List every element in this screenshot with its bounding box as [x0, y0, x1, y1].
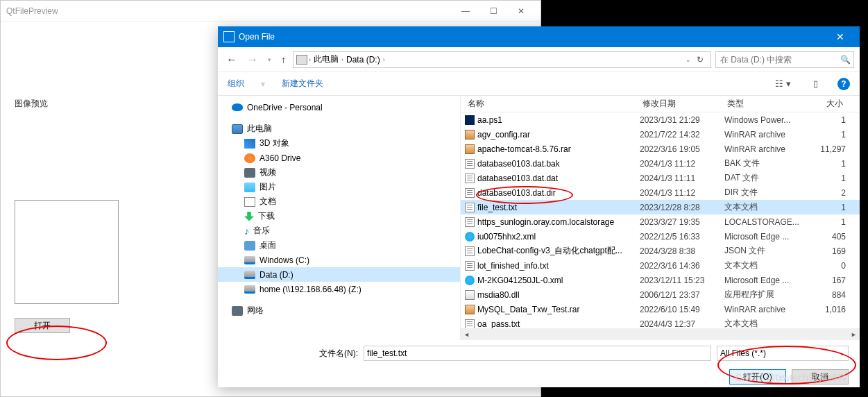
column-type[interactable]: 类型 [724, 98, 808, 110]
file-size: 167 [808, 276, 846, 285]
dialog-open-button[interactable]: 打开(O) [729, 369, 786, 385]
file-icon [465, 174, 477, 183]
open-button[interactable]: 打开 [15, 318, 70, 333]
help-icon[interactable]: ? [837, 78, 850, 90]
file-type: WinRAR archive [724, 144, 808, 154]
preview-pane-button[interactable]: ▯ [810, 77, 821, 90]
tree-onedrive[interactable]: OneDrive - Personal [218, 100, 460, 115]
file-icon [465, 319, 477, 329]
file-row[interactable]: lot_finished_info.txt2022/3/16 14:36文本文档… [461, 258, 860, 273]
file-row[interactable]: aa.ps12023/1/31 21:29Windows Power...1 [461, 112, 860, 127]
file-size: 1 [808, 115, 846, 125]
scroll-left-icon[interactable]: ◄ [461, 331, 473, 338]
chevron-icon[interactable]: › [309, 56, 311, 63]
file-row[interactable]: file_test.txt2023/12/28 8:28文本文档1 [461, 200, 860, 214]
dialog-close-button[interactable]: ✕ [826, 26, 854, 47]
filename-input[interactable] [364, 346, 711, 361]
document-icon [244, 197, 255, 207]
path-bar[interactable]: › 此电脑 › Data (D:) › ⌄ ↻ [293, 51, 711, 68]
refresh-button[interactable]: ↻ [692, 55, 708, 65]
tree-this-pc[interactable]: 此电脑 [218, 121, 460, 136]
file-icon [465, 115, 477, 125]
file-type: WinRAR archive [724, 305, 808, 314]
file-name: apache-tomcat-8.5.76.rar [477, 144, 640, 154]
tree-documents[interactable]: 文档 [218, 194, 460, 209]
minimize-button[interactable]: — [452, 1, 479, 22]
chevron-icon[interactable]: › [341, 56, 343, 63]
chevron-icon[interactable]: › [383, 56, 385, 63]
column-date[interactable]: 修改日期 [640, 98, 724, 110]
file-date: 2023/12/28 8:28 [640, 203, 724, 212]
file-row[interactable]: https_sunlogin.oray.com.localstorage2023… [461, 214, 860, 229]
file-row[interactable]: M-2KG041250JL-0.xml2023/12/11 15:23Micro… [461, 273, 860, 287]
column-name[interactable]: 名称 [465, 98, 640, 110]
folder-tree[interactable]: OneDrive - Personal 此电脑 3D 对象 A360 Drive… [218, 96, 461, 340]
file-row[interactable]: agv_config.rar2021/7/22 14:32WinRAR arch… [461, 127, 860, 142]
tree-a360[interactable]: A360 Drive [218, 151, 460, 165]
nav-back-button[interactable]: ← [223, 52, 240, 67]
tree-music[interactable]: ♪音乐 [218, 223, 460, 238]
horizontal-scrollbar[interactable]: ◄ ► [461, 328, 860, 340]
tree-desktop[interactable]: 桌面 [218, 238, 460, 253]
tree-data-d[interactable]: Data (D:) [218, 267, 460, 282]
file-date: 2023/12/11 15:23 [640, 276, 724, 285]
tree-windows-c[interactable]: Windows (C:) [218, 253, 460, 267]
filter-select[interactable]: All Files (*.*) ⌄ [717, 346, 849, 361]
file-row[interactable]: database0103.dat.dat2024/1/3 11:11DAT 文件… [461, 171, 860, 185]
tree-3d-objects[interactable]: 3D 对象 [218, 136, 460, 151]
file-date: 2022/3/16 19:05 [640, 144, 724, 154]
column-size[interactable]: 大小 [808, 98, 846, 110]
file-size: 1,016 [808, 305, 846, 314]
dialog-icon [223, 31, 235, 42]
file-list-header: 名称 修改日期 类型 大小 [461, 96, 860, 112]
breadcrumb-pc[interactable]: 此电脑 [312, 53, 340, 65]
tree-pictures[interactable]: 图片 [218, 180, 460, 194]
file-row[interactable]: database0103.dat.dir2024/1/3 11:12DIR 文件… [461, 185, 860, 200]
search-box[interactable]: 🔍 [715, 51, 854, 68]
video-icon [244, 168, 255, 178]
scroll-right-icon[interactable]: ► [848, 331, 860, 338]
new-folder-button[interactable]: 新建文件夹 [282, 78, 323, 90]
file-row[interactable]: iu0075hhx2.xml2022/12/5 16:33Microsoft E… [461, 229, 860, 244]
file-date: 2023/3/27 19:35 [640, 217, 724, 227]
file-size: 11,297 [808, 144, 846, 154]
file-size: 169 [808, 246, 846, 256]
file-row[interactable]: LobeChat-config-v3_自动化chatgpt配...2024/3/… [461, 244, 860, 258]
file-icon [465, 217, 477, 227]
tree-videos[interactable]: 视频 [218, 165, 460, 180]
nav-recent-button[interactable]: ▾ [265, 55, 274, 65]
pc-icon [296, 55, 307, 65]
file-row[interactable]: MySQL_Data_Txw_Test.rar2022/6/10 15:49Wi… [461, 302, 860, 316]
file-type: 文本文档 [724, 318, 808, 328]
search-input[interactable] [719, 54, 840, 65]
file-row[interactable]: apache-tomcat-8.5.76.rar2022/3/16 19:05W… [461, 142, 860, 156]
file-name: agv_config.rar [477, 130, 640, 140]
organize-menu[interactable]: 组织 [228, 78, 244, 90]
nav-forward-button[interactable]: → [244, 52, 261, 67]
file-type: Microsoft Edge ... [724, 276, 808, 285]
dialog-nav: ← → ▾ ↑ › 此电脑 › Data (D:) › ⌄ ↻ 🔍 [218, 47, 860, 72]
file-icon [465, 305, 477, 314]
disk-icon [244, 153, 255, 163]
file-row[interactable]: database0103.dat.bak2024/1/3 11:12BAK 文件… [461, 156, 860, 171]
nav-up-button[interactable]: ↑ [278, 53, 289, 67]
dialog-titlebar: Open File ✕ [218, 26, 860, 47]
qt-window-title: QtFilePreview [6, 6, 452, 16]
file-type: WinRAR archive [724, 130, 808, 140]
maximize-button[interactable]: ☐ [479, 1, 507, 22]
file-type: LOCALSTORAGE... [724, 217, 808, 227]
close-button[interactable]: ✕ [507, 1, 535, 22]
dialog-filename-row: 文件名(N): All Files (*.*) ⌄ [218, 340, 860, 366]
tree-network[interactable]: 网络 [218, 303, 460, 318]
tree-downloads[interactable]: 下载 [218, 209, 460, 223]
tree-home-z[interactable]: home (\\192.168.66.48) (Z:) [218, 282, 460, 296]
file-list[interactable]: aa.ps12023/1/31 21:29Windows Power...1ag… [461, 112, 860, 328]
dialog-title: Open File [239, 32, 826, 42]
file-row[interactable]: oa_pass.txt2024/4/3 12:37文本文档 [461, 316, 860, 328]
breadcrumb-drive[interactable]: Data (D:) [345, 55, 382, 65]
view-options-button[interactable]: ☷ ▾ [772, 77, 794, 90]
file-icon [465, 261, 477, 271]
dialog-cancel-button[interactable]: 取消 [792, 369, 849, 385]
file-row[interactable]: msdia80.dll2006/12/1 23:37应用程序扩展884 [461, 287, 860, 302]
path-dropdown-icon[interactable]: ⌄ [686, 56, 691, 63]
